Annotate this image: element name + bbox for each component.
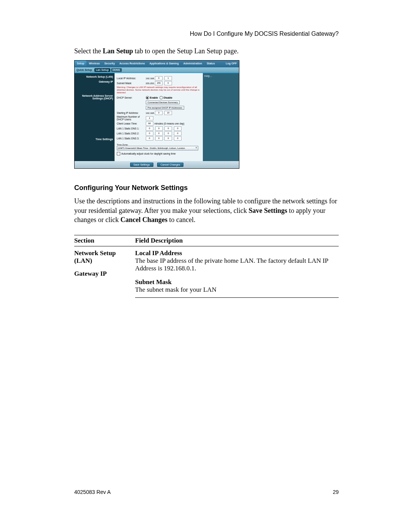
- radio-disable[interactable]: [159, 96, 163, 99]
- subnet-o3[interactable]: 255: [155, 81, 162, 85]
- main-tabs: Setup Wireless Security Access Restricti…: [75, 61, 239, 67]
- tab-status[interactable]: Status: [204, 61, 217, 67]
- th-section: Section: [74, 235, 135, 246]
- page-header: How Do I Configure My DOCSIS Residential…: [74, 30, 339, 37]
- lbl-lease: Client Lease Time:: [117, 122, 146, 125]
- dns1-o2[interactable]: 0: [155, 126, 163, 131]
- lbl-dns3: LAN 1 Static DNS 3:: [117, 137, 146, 140]
- lbl-start-ip: Starting IP Address:: [117, 112, 146, 114]
- subtab-quick[interactable]: Quick Setup: [75, 68, 94, 72]
- dns1-o1[interactable]: 0: [146, 126, 153, 131]
- help-link[interactable]: Help...: [204, 75, 237, 77]
- section-paragraph: Use the descriptions and instructions in…: [74, 197, 339, 224]
- footer-left: 4025083 Rev A: [74, 489, 111, 495]
- cancel-button[interactable]: Cancel Changes: [157, 163, 184, 167]
- max-users[interactable]: 2: [146, 116, 153, 120]
- page-footer: 4025083 Rev A 29: [74, 489, 339, 495]
- btn-connected-devices[interactable]: Connected Devices Summary: [146, 101, 180, 104]
- th-field-desc: Field Description: [135, 235, 339, 246]
- lbl-time: Time Settings: [76, 138, 113, 141]
- local-ip-o4[interactable]: 1: [164, 76, 172, 80]
- tab-security[interactable]: Security: [102, 61, 117, 67]
- lbl-network-setup: Network Setup (LAN): [76, 75, 113, 78]
- td-subnet: Subnet Mask The subnet mask for your LAN: [135, 275, 339, 298]
- footer-right: 29: [333, 489, 339, 495]
- lbl-dst: Automatically adjust clock for daylight …: [121, 152, 176, 155]
- start-ip-o4[interactable]: 10: [164, 111, 172, 115]
- dns2-o2[interactable]: 0: [155, 131, 163, 136]
- dns3-o2[interactable]: 0: [155, 136, 163, 141]
- dns1-o4[interactable]: 0: [174, 126, 182, 131]
- tab-logoff[interactable]: Log OFF: [223, 61, 239, 67]
- lbl-local-ip: Local IP Address:: [117, 77, 146, 80]
- lbl-dns1: LAN 1 Static DNS 1:: [117, 127, 146, 130]
- btn-preassigned-dhcp[interactable]: Pre-assigned DHCP IP Addresses: [146, 106, 184, 110]
- timezone-select[interactable]: (GMT) Greenwich Mean Time : Dublin, Edin…: [117, 146, 198, 150]
- save-button[interactable]: Save Settings: [130, 163, 153, 167]
- subtab-ddns[interactable]: DDNS: [111, 68, 122, 72]
- dst-checkbox[interactable]: [117, 152, 120, 155]
- lan-setup-screenshot: Setup Wireless Security Access Restricti…: [74, 60, 239, 169]
- lbl-max-users: Maximum Number of DHCP Users:: [117, 116, 146, 121]
- tab-access[interactable]: Access Restrictions: [117, 61, 147, 67]
- tab-setup[interactable]: Setup: [75, 61, 86, 67]
- dns3-o4[interactable]: 0: [174, 136, 182, 141]
- lbl-dns2: LAN 1 Static DNS 2:: [117, 132, 146, 135]
- dns3-o3[interactable]: 0: [164, 136, 172, 141]
- lbl-dhcp-server: DHCP Server:: [117, 96, 146, 99]
- tab-admin[interactable]: Administration: [181, 61, 204, 67]
- tab-apps[interactable]: Applications & Gaming: [147, 61, 181, 67]
- radio-enable[interactable]: [146, 96, 149, 99]
- dns3-o1[interactable]: 0: [146, 136, 153, 141]
- lease-time[interactable]: 60: [146, 121, 153, 126]
- dns2-o4[interactable]: 0: [174, 131, 182, 136]
- td-section: Network Setup (LAN) Gateway IP: [74, 246, 135, 298]
- dns2-o3[interactable]: 0: [164, 131, 172, 136]
- sub-tabs: Quick Setup Lan Setup DDNS: [75, 67, 239, 72]
- subtab-lan[interactable]: Lan Setup: [94, 68, 110, 72]
- lbl-subnet: Subnet Mask:: [117, 82, 146, 85]
- subnet-o4[interactable]: 0: [164, 81, 172, 85]
- section-heading: Configuring Your Network Settings: [74, 184, 339, 192]
- warning-text: Warning: Changes to LAN IP network setti…: [117, 86, 201, 94]
- lbl-gateway-ip: Gateway IP: [76, 80, 113, 83]
- dns1-o3[interactable]: 0: [164, 126, 172, 131]
- local-ip-o3[interactable]: 0: [155, 76, 162, 80]
- tab-wireless[interactable]: Wireless: [86, 61, 102, 67]
- lbl-dhcp: Network Address Server Settings (DHCP): [76, 94, 113, 100]
- dns2-o1[interactable]: 0: [146, 131, 153, 136]
- intro-text: Select the Lan Setup tab to open the Set…: [74, 47, 339, 56]
- field-description-table: Section Field Description Network Setup …: [74, 235, 339, 298]
- td-local-ip: Local IP Address The base IP address of …: [135, 246, 339, 276]
- start-ip-o3[interactable]: 0: [155, 111, 162, 115]
